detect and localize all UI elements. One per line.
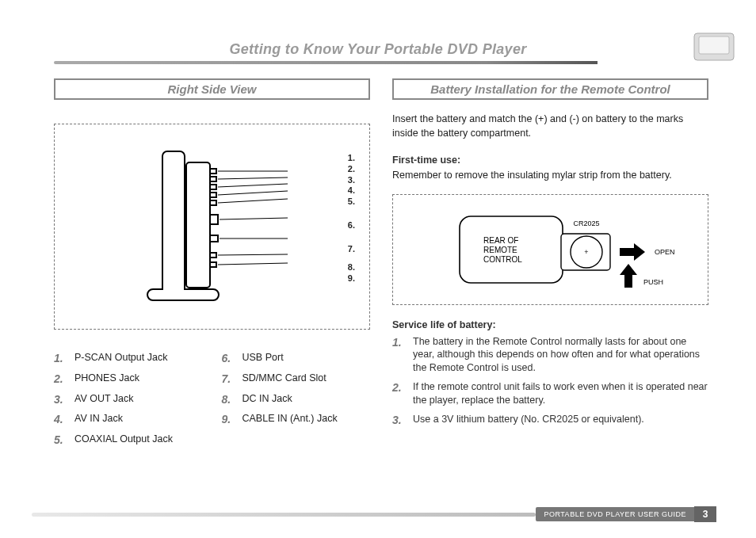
svg-rect-5 bbox=[210, 185, 216, 189]
svg-line-16 bbox=[218, 199, 288, 203]
battery-type-label: CR2025 bbox=[573, 219, 599, 227]
svg-rect-2 bbox=[186, 162, 210, 288]
legend-item: 4.AV IN Jack bbox=[54, 413, 203, 426]
legend-item: 8.DC IN Jack bbox=[222, 393, 371, 406]
legend-item: 2.PHONES Jack bbox=[54, 372, 203, 386]
svg-line-17 bbox=[220, 218, 288, 219]
svg-line-15 bbox=[218, 191, 288, 195]
first-time-use-body: Remember to remove the insulating mylar … bbox=[392, 169, 708, 183]
left-column: Right Side View bbox=[54, 78, 370, 454]
svg-rect-8 bbox=[210, 215, 218, 224]
right-column: Battery Installation for the Remote Cont… bbox=[392, 78, 708, 454]
svg-marker-25 bbox=[620, 243, 645, 261]
page-title: Getting to Know Your Portable DVD Player bbox=[0, 41, 756, 58]
legend-item: 3.AV OUT Jack bbox=[54, 393, 203, 406]
page-number: 3 bbox=[694, 506, 716, 522]
push-label: PUSH bbox=[643, 278, 663, 286]
svg-rect-3 bbox=[210, 169, 216, 174]
section-header-battery-install: Battery Installation for the Remote Cont… bbox=[392, 78, 708, 100]
list-item: 2.If the remote control unit fails to wo… bbox=[392, 380, 708, 407]
title-rule bbox=[54, 61, 716, 64]
service-life-heading: Service life of battery: bbox=[392, 319, 708, 330]
list-item: 1.The battery in the Remote Control norm… bbox=[392, 335, 708, 376]
open-label: OPEN bbox=[655, 248, 675, 256]
legend-item: 1.P-SCAN Output Jack bbox=[54, 352, 203, 365]
footer-guide-label: PORTABLE DVD PLAYER USER GUIDE bbox=[536, 507, 694, 521]
svg-line-14 bbox=[218, 184, 288, 187]
remote-illustration: + CR2025 OPEN PUSH REAR OF REMOTE CONTRO… bbox=[420, 202, 682, 297]
ports-legend: 1.P-SCAN Output Jack 2.PHONES Jack 3.AV … bbox=[54, 352, 370, 454]
svg-marker-26 bbox=[620, 264, 637, 288]
svg-rect-7 bbox=[210, 200, 216, 205]
svg-rect-6 bbox=[210, 193, 216, 197]
first-time-use-heading: First-time use: bbox=[392, 155, 708, 166]
svg-rect-4 bbox=[210, 177, 216, 181]
remote-battery-diagram: + CR2025 OPEN PUSH REAR OF REMOTE CONTRO… bbox=[392, 194, 708, 305]
right-side-view-diagram: 1. 2. 3. 4. 5. 6. 7. 8. 9. bbox=[54, 124, 370, 330]
svg-rect-1 bbox=[699, 36, 729, 54]
svg-rect-10 bbox=[210, 253, 216, 258]
player-side-illustration bbox=[121, 135, 304, 318]
svg-rect-11 bbox=[210, 262, 216, 267]
svg-line-20 bbox=[218, 263, 288, 265]
list-item: 3.Use a 3V lithium battery (No. CR2025 o… bbox=[392, 413, 708, 428]
dvd-device-icon bbox=[691, 29, 739, 63]
rear-of-remote-label: REAR OF REMOTE CONTROL bbox=[483, 236, 522, 264]
legend-item: 7.SD/MMC Card Slot bbox=[222, 372, 371, 386]
section-header-right-side-view: Right Side View bbox=[54, 78, 370, 100]
diagram-callout-numbers: 1. 2. 3. 4. 5. 6. 7. 8. 9. bbox=[348, 153, 355, 284]
page-footer: PORTABLE DVD PLAYER USER GUIDE 3 bbox=[0, 506, 756, 522]
service-life-list: 1.The battery in the Remote Control norm… bbox=[392, 335, 708, 428]
legend-item: 6.USB Port bbox=[222, 352, 371, 365]
footer-rule bbox=[32, 513, 536, 517]
intro-paragraph: Insert the battery and match the (+) and… bbox=[392, 113, 708, 140]
svg-text:+: + bbox=[584, 248, 588, 256]
legend-item: 5.COAXIAL Output Jack bbox=[54, 433, 203, 447]
svg-rect-9 bbox=[210, 235, 218, 242]
legend-item: 9.CABLE IN (Ant.) Jack bbox=[222, 413, 371, 426]
svg-line-13 bbox=[218, 177, 288, 179]
svg-line-19 bbox=[218, 254, 288, 255]
